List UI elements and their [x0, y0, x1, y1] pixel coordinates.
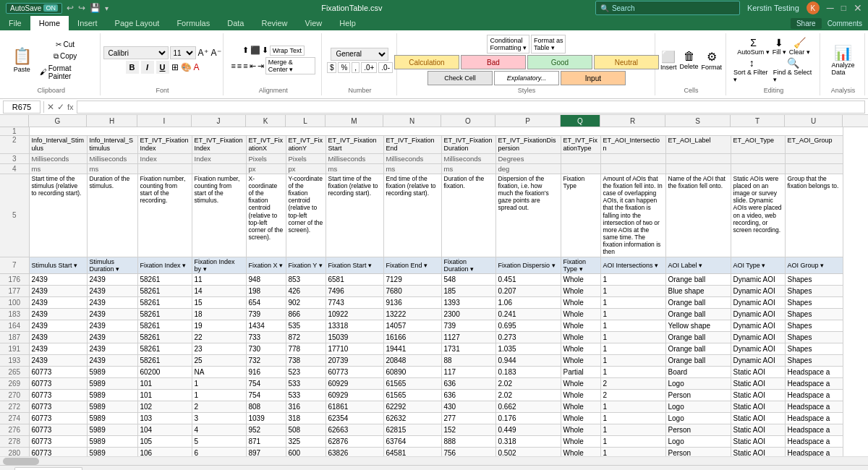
bold-btn[interactable]: B	[126, 61, 139, 74]
cell-J[interactable]: 2	[192, 401, 246, 412]
currency-btn[interactable]: $	[327, 62, 337, 73]
col-header-M[interactable]: M	[326, 115, 383, 127]
cell-P[interactable]: 0.273	[495, 331, 561, 343]
style-good[interactable]: Good	[527, 55, 592, 69]
table-row[interactable]: 270607735989101175453360929615656362.02W…	[0, 389, 843, 401]
formula-input[interactable]	[77, 101, 865, 114]
cell-O[interactable]: 1127	[441, 331, 495, 343]
cell-M[interactable]: 6581	[326, 273, 383, 285]
cell-L[interactable]: 778	[286, 343, 326, 354]
cell-N[interactable]: 19441	[383, 343, 441, 354]
cell-R[interactable]: 1	[600, 447, 665, 456]
cell-L[interactable]: 508	[286, 424, 326, 435]
cell-J[interactable]: 11	[192, 273, 246, 285]
cell-G[interactable]: 2439	[29, 320, 87, 331]
cell-H[interactable]: 2439	[87, 343, 137, 354]
cell-Q[interactable]: Whole	[561, 308, 600, 320]
cell-K[interactable]: 916	[246, 366, 286, 377]
cell-K[interactable]: 808	[246, 401, 286, 412]
cell-R[interactable]: 1	[600, 320, 665, 331]
cell-Q[interactable]: Whole	[561, 435, 600, 447]
col-header-K[interactable]: K	[246, 115, 286, 127]
cell-T[interactable]: Dynamic AOI	[731, 285, 785, 296]
cell-J[interactable]: 18	[192, 308, 246, 320]
cell-U[interactable]: Headspace a	[785, 447, 843, 456]
cell-M[interactable]: 62354	[326, 412, 383, 424]
col-header-S[interactable]: S	[665, 115, 731, 127]
fill-color-btn[interactable]: 🎨	[181, 62, 192, 72]
cell-S[interactable]: Person	[665, 424, 731, 435]
cell-J[interactable]: 19	[192, 320, 246, 331]
cell-J[interactable]: 4	[192, 424, 246, 435]
maximize-btn[interactable]: □	[841, 3, 846, 13]
cell-O[interactable]: 636	[441, 377, 495, 389]
cell-I[interactable]: 104	[137, 424, 192, 435]
filter-N[interactable]: Fixation End ▾	[383, 257, 441, 273]
filter-O[interactable]: Fixation Duration ▾	[441, 257, 495, 273]
table-row[interactable]: 2746077359891033103931862354626322770.17…	[0, 412, 843, 424]
cell-S[interactable]: Board	[665, 366, 731, 377]
filter-Q[interactable]: Fixation Type ▾	[561, 257, 600, 273]
cell-L[interactable]: 325	[286, 435, 326, 447]
cell-I[interactable]: 58261	[137, 308, 192, 320]
cell-I[interactable]: 58261	[137, 354, 192, 366]
cell-L[interactable]: 902	[286, 296, 326, 308]
cell-K[interactable]: 1434	[246, 320, 286, 331]
grid-scroll-container[interactable]: 1 2 Info_Interval_Stimulus Info_Interval…	[0, 127, 868, 456]
format-as-table-btn[interactable]: Format asTable ▾	[531, 35, 566, 54]
cell-O[interactable]: 888	[441, 435, 495, 447]
cell-G[interactable]: 2439	[29, 331, 87, 343]
cell-T[interactable]: Dynamic AOI	[731, 354, 785, 366]
paste-btn[interactable]: 📋 Paste	[9, 46, 35, 74]
cell-G[interactable]: 2439	[29, 308, 87, 320]
col-header-I[interactable]: I	[137, 115, 192, 127]
filter-I[interactable]: Fixation Index ▾	[137, 257, 192, 273]
align-left-btn[interactable]: ≡	[231, 61, 235, 70]
font-size-select[interactable]: 11	[170, 46, 196, 59]
redo-icon[interactable]: ↪	[78, 3, 85, 13]
cell-J[interactable]: 14	[192, 285, 246, 296]
cancel-formula-icon[interactable]: ✕	[47, 102, 54, 112]
filter-U[interactable]: AOI Group ▾	[785, 257, 843, 273]
cell-G[interactable]: 60773	[29, 435, 87, 447]
cell-P[interactable]: 0.502	[495, 447, 561, 456]
fill-btn[interactable]: ⬇Fill ▾	[773, 37, 786, 56]
cell-Q[interactable]: Whole	[561, 447, 600, 456]
table-row[interactable]: 278607735989105587132562876637648880.318…	[0, 435, 843, 447]
cell-M[interactable]: 17710	[326, 343, 383, 354]
cell-O[interactable]: 277	[441, 412, 495, 424]
delete-btn[interactable]: 🗑Delete	[680, 50, 699, 71]
cell-I[interactable]: 101	[137, 377, 192, 389]
cell-K[interactable]: 754	[246, 377, 286, 389]
col-header-G[interactable]: G	[29, 115, 87, 127]
cell-O[interactable]: 185	[441, 285, 495, 296]
format-painter-btn[interactable]: 🖌 Format Painter	[37, 63, 94, 82]
cell-J[interactable]: 6	[192, 447, 246, 456]
col-header-P[interactable]: P	[495, 115, 561, 127]
merge-center-btn[interactable]: Merge & Center ▾	[265, 57, 316, 74]
cell-P[interactable]: 1.035	[495, 343, 561, 354]
cell-U[interactable]: Shapes	[785, 308, 843, 320]
cell-G[interactable]: 60773	[29, 412, 87, 424]
cell-O[interactable]: 2300	[441, 308, 495, 320]
cell-I[interactable]: 60200	[137, 366, 192, 377]
cell-H[interactable]: 5989	[87, 447, 137, 456]
tab-insert[interactable]: Insert	[69, 16, 106, 30]
cell-O[interactable]: 756	[441, 447, 495, 456]
format-btn[interactable]: ⚙Format	[702, 50, 723, 71]
table-row[interactable]: 280607735989106689760063826645817560.502…	[0, 447, 843, 456]
cell-P[interactable]: 2.02	[495, 389, 561, 401]
cut-btn[interactable]: ✂ Cut	[37, 39, 94, 50]
cell-T[interactable]: Dynamic AOI	[731, 320, 785, 331]
cell-S[interactable]: Orange ball	[665, 308, 731, 320]
cell-U[interactable]: Headspace a	[785, 424, 843, 435]
cell-G[interactable]: 2439	[29, 354, 87, 366]
cell-H[interactable]: 2439	[87, 354, 137, 366]
cell-N[interactable]: 7680	[383, 285, 441, 296]
cell-K[interactable]: 897	[246, 447, 286, 456]
cell-J[interactable]: 5	[192, 435, 246, 447]
cell-T[interactable]: Static AOI	[731, 412, 785, 424]
cell-P[interactable]: 0.662	[495, 401, 561, 412]
cell-H[interactable]: 5989	[87, 435, 137, 447]
cell-K[interactable]: 739	[246, 308, 286, 320]
